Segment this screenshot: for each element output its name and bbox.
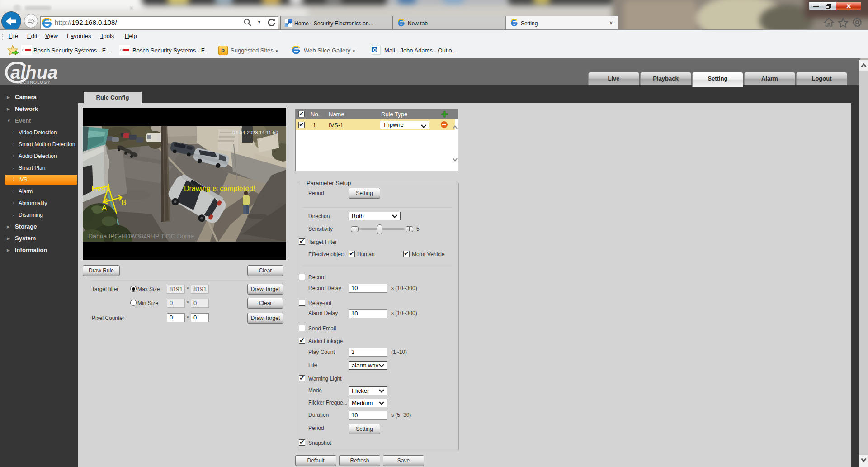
svg-text:A: A (102, 204, 107, 212)
svg-text:Dahua IPC-HDW3849HP TiOC Dome: Dahua IPC-HDW3849HP TiOC Dome (88, 233, 194, 240)
svg-text:alhua: alhua (10, 62, 57, 82)
svg-text:04-04-2023 14:11:50: 04-04-2023 14:11:50 (232, 130, 278, 135)
svg-text:IVS-1: IVS-1 (95, 186, 110, 193)
svg-text:TECHNOLOGY: TECHNOLOGY (17, 80, 51, 85)
svg-text:B: B (121, 198, 126, 207)
svg-text:Drawing is completed!: Drawing is completed! (184, 185, 255, 192)
